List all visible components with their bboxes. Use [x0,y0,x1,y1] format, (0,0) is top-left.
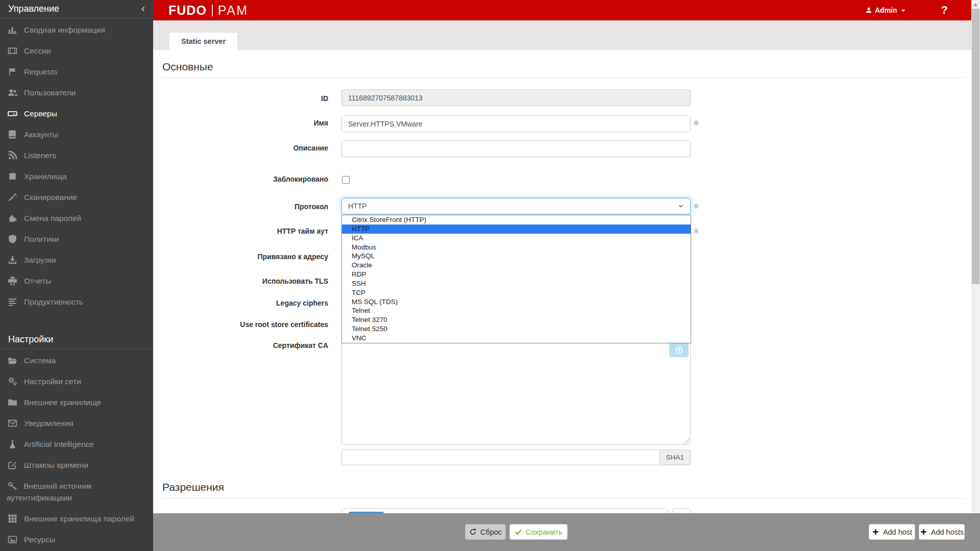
sidebar-item-requests[interactable]: Requests [0,61,153,82]
add-hosts-button[interactable]: Add hosts [919,524,965,540]
folder-open-icon [8,356,17,365]
sidebar-item-notifications[interactable]: Уведомления [0,413,153,434]
sidebar-item-network-settings[interactable]: Настройки сети [0,371,153,392]
sidebar-item-storages[interactable]: Хранилища [0,166,153,187]
section-heading-basic: Основные [162,61,965,78]
blocked-label: Заблокировано [162,175,328,183]
protocol-option[interactable]: MySQL [342,252,691,261]
rss-icon [8,151,17,160]
upload-icon [675,346,683,355]
sidebar-item-resources[interactable]: Ресурсы [0,529,153,550]
topbar-right: Admin ? [865,4,948,17]
puzzle-icon [8,213,17,223]
fudo-pam-logo: FUDO PAM [168,3,249,18]
tab-static-server[interactable]: Static server [169,33,237,50]
description-label: Описание [162,144,328,152]
textarea-resize-grip[interactable] [683,438,689,444]
protocol-option[interactable]: HTTP [342,224,691,234]
topbar: FUDO PAM Admin ? [153,0,971,20]
sidebar-item-scanning[interactable]: Сканирование [0,187,153,208]
name-field[interactable] [341,115,691,132]
upload-certificate-button[interactable] [669,343,689,357]
download-icon [8,255,17,265]
main-content: Основные ID Имя ✱ Описание Заблокировано… [153,50,971,513]
use-tls-label: Использовать TLS [162,277,328,285]
save-button[interactable]: Сохранить [509,524,568,540]
sidebar-item-artificial-intelligence[interactable]: Artificial Intelligence [0,434,153,455]
list-icon [8,297,17,307]
scrollbar-thumb[interactable] [972,9,979,284]
sidebar-item-productivity[interactable]: Продуктивность [0,291,153,312]
reset-button-label: Сброс [480,528,502,536]
scrollbar-up-arrow-icon[interactable] [973,3,977,6]
protocol-option[interactable]: Citrix StoreFront (HTTP) [342,215,691,224]
name-label: Имя [162,119,328,127]
reset-button[interactable]: Сброс [465,524,506,540]
gears-icon [8,377,17,386]
http-timeout-label: HTTP тайм аут [162,227,328,235]
page-scrollbar[interactable] [971,0,980,551]
protocol-select[interactable]: HTTP [341,198,691,214]
sidebar-item-downloads[interactable]: Загрузки [0,249,153,270]
sidebar-item-label: Сводная информация [24,26,105,35]
protocol-option[interactable]: SSH [342,279,691,288]
sidebar-item-label: Смена паролей [24,214,81,223]
sidebar-item-external-password-vaults[interactable]: Внешние хранилища паролей [0,508,153,529]
user-menu[interactable]: Admin [865,6,909,14]
sidebar-item-password-change[interactable]: Смена паролей [0,208,153,229]
sidebar-item-reports[interactable]: Отчеты [0,270,153,291]
sha1-field[interactable] [341,449,660,465]
printer-icon [8,276,17,286]
sidebar-item-label: Уведомления [24,419,74,428]
grid-icon [8,514,17,523]
sidebar-item-label: Внешний источник аутентификацаии [7,482,92,502]
help-button[interactable]: ? [941,4,948,17]
protocol-option[interactable]: ICA [342,234,691,243]
protocol-option[interactable]: MS SQL (TDS) [342,297,691,307]
select-chevron-icon [678,203,684,209]
protocol-option[interactable]: Modbus [342,243,691,252]
protocol-dropdown: Citrix StoreFront (HTTP)HTTPICAModbusMyS… [341,215,691,343]
id-field[interactable] [341,89,691,106]
description-field[interactable] [341,140,691,157]
user-menu-label: Admin [875,6,897,14]
protocol-option[interactable]: RDP [342,270,691,279]
required-asterisk-icon: ✱ [693,227,699,235]
protocol-select-value: HTTP [348,202,367,210]
sidebar-item-policies[interactable]: Политики [0,229,153,249]
users-icon [8,88,17,97]
permissions-multiselect[interactable] [341,508,668,513]
protocol-option[interactable]: Telnet [342,306,691,315]
sidebar-item-servers[interactable]: Серверы [0,103,153,124]
sidebar-item-sessions[interactable]: Сессии [0,40,153,61]
protocol-option[interactable]: Telnet 5250 [342,324,691,334]
server-icon [8,109,17,118]
protocol-option[interactable]: VNC [342,334,691,343]
permissions-dropdown-button[interactable] [672,508,691,513]
add-hosts-button-label: Add hosts [931,528,964,536]
protocol-option[interactable]: Telnet 3270 [342,315,691,324]
bar-chart-icon [8,25,17,35]
sidebar-item-listeners[interactable]: Listeners [0,145,153,166]
wand-icon [8,192,17,202]
sidebar-item-accounts[interactable]: Аккаунты [0,124,153,145]
sidebar-item-users[interactable]: Пользователи [0,82,153,103]
sidebar-item-summary[interactable]: Сводная информация [0,19,153,40]
flag-icon [8,67,17,77]
plus-icon [872,528,879,536]
blocked-checkbox[interactable] [342,176,350,184]
add-host-button[interactable]: Add host [869,524,915,540]
sidebar-item-label: Requests [24,67,57,77]
book-icon [8,130,17,139]
protocol-option[interactable]: TCP [342,288,691,297]
footer-action-bar: Сброс Сохранить Add host Add hosts [153,513,980,551]
sidebar-item-label: Политики [24,235,59,244]
bind-address-label: Привязано к адресу [162,253,328,261]
protocol-option[interactable]: Oracle [342,261,691,270]
sidebar-item-external-auth-source[interactable]: Внешний источник аутентификацаии [0,475,153,508]
ca-certificate-textarea[interactable] [341,343,691,445]
sidebar-collapse-icon[interactable]: ‹ [141,2,145,15]
sidebar-item-system[interactable]: Система [0,350,153,371]
sidebar-item-external-storage[interactable]: Внешнее хранилище [0,392,153,413]
sidebar-item-timestamps[interactable]: Штампы времени [0,455,153,475]
